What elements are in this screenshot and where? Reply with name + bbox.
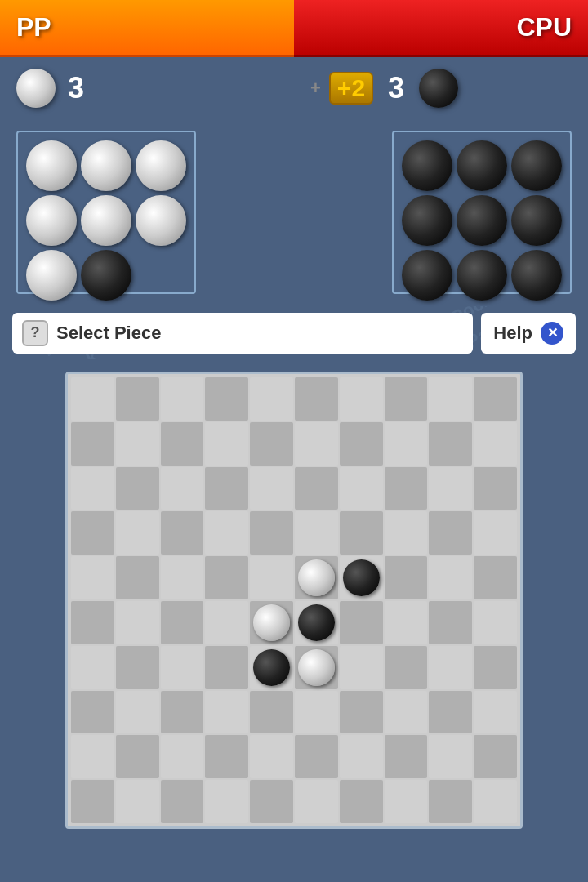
board-cell[interactable] xyxy=(340,735,383,778)
board-cell[interactable] xyxy=(295,377,338,421)
board-cell[interactable] xyxy=(474,511,517,555)
player-piece-box[interactable] xyxy=(16,131,196,294)
board-cell[interactable] xyxy=(385,467,428,510)
board-cell[interactable] xyxy=(474,691,517,734)
select-piece-box[interactable]: ? Select Piece xyxy=(12,313,473,354)
board-cell[interactable] xyxy=(205,511,248,555)
board-cell[interactable] xyxy=(385,691,428,734)
board-cell[interactable] xyxy=(429,780,472,823)
board-cell[interactable] xyxy=(205,780,248,823)
board-cell[interactable] xyxy=(385,735,428,778)
board-cell[interactable] xyxy=(250,467,293,510)
board-cell[interactable] xyxy=(71,422,114,466)
cpu-piece-box[interactable] xyxy=(392,131,572,294)
board-cell[interactable] xyxy=(116,422,159,466)
board-cell[interactable] xyxy=(429,422,472,466)
board-cell[interactable] xyxy=(340,780,383,823)
board-cell[interactable] xyxy=(250,556,293,599)
board-cell[interactable] xyxy=(71,735,114,778)
board-cell[interactable] xyxy=(385,556,428,599)
board-cell[interactable] xyxy=(340,556,383,599)
board-cell[interactable] xyxy=(71,601,114,644)
board-cell[interactable] xyxy=(295,511,338,555)
board-cell[interactable] xyxy=(116,691,159,734)
board-cell[interactable] xyxy=(161,646,204,689)
board-cell[interactable] xyxy=(116,780,159,823)
board-cell[interactable] xyxy=(385,422,428,466)
board-cell[interactable] xyxy=(205,735,248,778)
board-cell[interactable] xyxy=(429,691,472,734)
board-cell[interactable] xyxy=(250,780,293,823)
board-cell[interactable] xyxy=(340,467,383,510)
board-cell[interactable] xyxy=(474,646,517,689)
board-cell[interactable] xyxy=(250,511,293,555)
board-cell[interactable] xyxy=(116,556,159,599)
board-cell[interactable] xyxy=(385,780,428,823)
board-cell[interactable] xyxy=(250,422,293,466)
board-cell[interactable] xyxy=(474,467,517,510)
board-cell[interactable] xyxy=(205,377,248,421)
board-cell[interactable] xyxy=(295,422,338,466)
board-cell[interactable] xyxy=(161,377,204,421)
board-cell[interactable] xyxy=(71,467,114,510)
board-cell[interactable] xyxy=(116,511,159,555)
board-cell[interactable] xyxy=(205,467,248,510)
board-cell[interactable] xyxy=(295,735,338,778)
board-cell[interactable] xyxy=(295,780,338,823)
board-cell[interactable] xyxy=(71,556,114,599)
board-cell[interactable] xyxy=(250,691,293,734)
board-cell[interactable] xyxy=(116,646,159,689)
board-cell[interactable] xyxy=(429,556,472,599)
board-cell[interactable] xyxy=(295,467,338,510)
board-cell[interactable] xyxy=(161,780,204,823)
board-cell[interactable] xyxy=(429,511,472,555)
board-cell[interactable] xyxy=(116,601,159,644)
board-cell[interactable] xyxy=(161,735,204,778)
board-cell[interactable] xyxy=(295,601,338,644)
board-cell[interactable] xyxy=(161,601,204,644)
board-cell[interactable] xyxy=(205,646,248,689)
board-cell[interactable] xyxy=(474,601,517,644)
close-icon[interactable]: ✕ xyxy=(541,322,564,345)
board-cell[interactable] xyxy=(71,377,114,421)
board-cell[interactable] xyxy=(340,691,383,734)
board-cell[interactable] xyxy=(474,377,517,421)
board-cell[interactable] xyxy=(71,646,114,689)
board-cell[interactable] xyxy=(340,377,383,421)
board-cell[interactable] xyxy=(340,422,383,466)
board-cell[interactable] xyxy=(429,377,472,421)
board-cell[interactable] xyxy=(161,422,204,466)
board-cell[interactable] xyxy=(161,467,204,510)
board-cell[interactable] xyxy=(340,646,383,689)
board-cell[interactable] xyxy=(250,735,293,778)
board-cell[interactable] xyxy=(295,646,338,689)
help-button[interactable]: Help ✕ xyxy=(481,313,576,354)
board-cell[interactable] xyxy=(340,511,383,555)
board-cell[interactable] xyxy=(205,556,248,599)
board-cell[interactable] xyxy=(71,691,114,734)
board-cell[interactable] xyxy=(474,422,517,466)
board-cell[interactable] xyxy=(429,467,472,510)
board-cell[interactable] xyxy=(474,556,517,599)
board-cell[interactable] xyxy=(295,556,338,599)
board-cell[interactable] xyxy=(340,601,383,644)
board-cell[interactable] xyxy=(161,556,204,599)
board-cell[interactable] xyxy=(385,377,428,421)
board-cell[interactable] xyxy=(474,735,517,778)
board-cell[interactable] xyxy=(429,601,472,644)
board-cell[interactable] xyxy=(205,691,248,734)
board-cell[interactable] xyxy=(116,377,159,421)
board-cell[interactable] xyxy=(71,511,114,555)
board-cell[interactable] xyxy=(250,377,293,421)
board-cell[interactable] xyxy=(161,691,204,734)
board-cell[interactable] xyxy=(116,735,159,778)
board-cell[interactable] xyxy=(161,511,204,555)
board-cell[interactable] xyxy=(429,646,472,689)
board-cell[interactable] xyxy=(385,601,428,644)
board-cell[interactable] xyxy=(205,422,248,466)
board-cell[interactable] xyxy=(474,780,517,823)
board-cell[interactable] xyxy=(205,601,248,644)
game-board[interactable] xyxy=(65,372,523,829)
board-cell[interactable] xyxy=(429,735,472,778)
board-cell[interactable] xyxy=(250,646,293,689)
